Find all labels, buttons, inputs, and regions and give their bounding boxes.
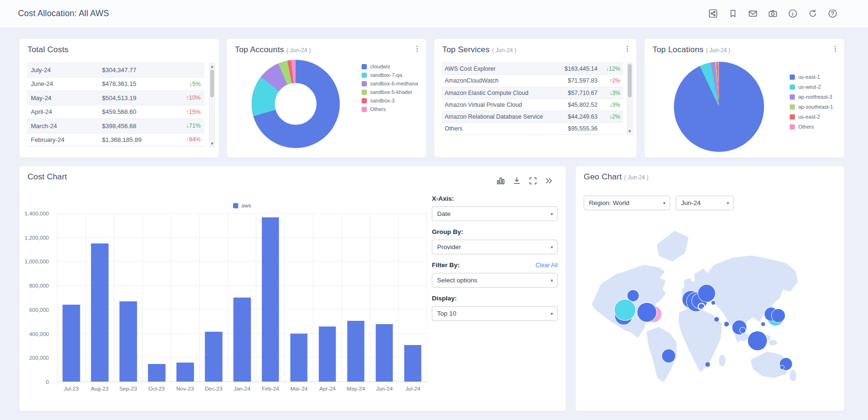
- scrollbar-thumb[interactable]: [628, 64, 632, 97]
- bar: [120, 301, 137, 382]
- x-tick-label: Jun-24: [370, 386, 399, 392]
- legend-item[interactable]: ap-southeast-1: [790, 104, 833, 110]
- legend-item[interactable]: us-west-2: [790, 84, 833, 90]
- card-title: Top Locations: [653, 45, 704, 55]
- legend-item[interactable]: Others: [790, 124, 833, 130]
- amount-cell: $304,347.77: [102, 66, 171, 74]
- legend-label: Others: [798, 124, 814, 130]
- chevron-down-icon: ▾: [551, 211, 553, 216]
- change-cell: ↓2%: [597, 113, 620, 120]
- y-tick-label: 400,000: [29, 331, 49, 337]
- bar-series: [57, 214, 427, 382]
- kebab-menu-icon[interactable]: [831, 45, 840, 53]
- bar-slot: [228, 214, 257, 382]
- download-icon[interactable]: [513, 177, 521, 185]
- x-axis-select[interactable]: Date ▾: [432, 206, 558, 221]
- share-icon[interactable]: [708, 9, 718, 19]
- chart-type-icon[interactable]: [496, 177, 505, 185]
- region-select[interactable]: Region: World ▾: [584, 196, 670, 210]
- help-icon[interactable]: [828, 9, 838, 19]
- month-cell: March-24: [31, 122, 102, 130]
- legend-swatch-icon: [233, 203, 238, 208]
- total-costs-scrollbar[interactable]: ▲ ▼: [209, 63, 215, 147]
- scrollbar-thumb[interactable]: [210, 70, 214, 97]
- display-select[interactable]: Top 10 ▾: [432, 306, 558, 321]
- table-row: Amazon Relational Database Service$44,24…: [442, 111, 623, 122]
- bar-chart-plot: [57, 214, 427, 382]
- change-cell: ↓5%: [171, 81, 201, 87]
- refresh-icon[interactable]: [808, 9, 818, 19]
- amount-cell: $57,710.67: [552, 90, 597, 96]
- legend-item[interactable]: us-east-1: [790, 74, 833, 80]
- legend-item[interactable]: sandbox-6-medhana: [362, 81, 418, 86]
- clear-all-link[interactable]: Clear All: [535, 262, 558, 269]
- filter-by-select[interactable]: Select options ▾: [432, 273, 558, 288]
- legend-item[interactable]: Others: [362, 106, 418, 112]
- change-cell: ↑15%: [171, 109, 201, 115]
- map-bubble: [698, 303, 705, 310]
- bar: [375, 324, 393, 382]
- bookmark-icon[interactable]: [728, 9, 738, 19]
- service-cell: Amazon Relational Database Service: [445, 113, 552, 120]
- kebab-menu-icon[interactable]: [413, 45, 421, 53]
- top-locations-pie-chart: [674, 62, 764, 152]
- bar: [404, 345, 421, 382]
- top-locations-legend: us-east-1us-west-2ap-northeast-3ap-south…: [790, 74, 833, 130]
- map-bubble: [637, 303, 656, 322]
- top-services-table: AWS Cost Explorer$163,445.14↓12%AmazonCl…: [442, 63, 623, 135]
- bar: [205, 332, 223, 382]
- table-row: February-24$1,368,185.89↑94%: [27, 133, 205, 147]
- legend-item[interactable]: sandbox-5-khader: [362, 89, 418, 95]
- top-services-scrollbar[interactable]: ▼: [627, 63, 633, 135]
- geo-chart-card: Geo Chart ( Jun-24 ) Region: World ▾ Jun…: [576, 166, 844, 411]
- email-icon[interactable]: [748, 9, 758, 19]
- legend-item[interactable]: ap-northeast-3: [790, 94, 833, 100]
- bar-slot: [86, 214, 114, 382]
- donut-hole: [275, 83, 317, 125]
- select-value: Provider: [437, 243, 461, 251]
- bar-slot: [200, 214, 228, 382]
- camera-icon[interactable]: [768, 9, 778, 19]
- month-select[interactable]: Jun-24 ▾: [676, 196, 734, 210]
- legend-item[interactable]: cloudwiz: [362, 64, 418, 69]
- table-row: May-24$504,513.19↑10%: [27, 91, 205, 105]
- legend-label: ap-southeast-1: [798, 104, 833, 110]
- card-period: ( Jun-24 ): [624, 174, 648, 181]
- table-row: Amazon Elastic Compute Cloud$57,710.67↓3…: [442, 87, 623, 99]
- scroll-up-icon[interactable]: ▲: [210, 63, 215, 69]
- bar-slot: [285, 214, 313, 382]
- bar: [233, 298, 251, 382]
- map-bubble: [740, 327, 746, 333]
- map-bubble: [748, 331, 767, 350]
- amount-cell: $163,445.14: [552, 65, 597, 72]
- cost-chart-card: Cost Chart aws 0200,000400,000600,000800…: [19, 166, 566, 411]
- bar-chart-y-axis: 0200,000400,000600,000800,0001,000,0001,…: [19, 214, 54, 382]
- change-cell: ↓3%: [597, 90, 620, 96]
- scroll-down-icon[interactable]: ▼: [627, 128, 632, 134]
- bar-chart-legend[interactable]: aws: [57, 203, 427, 208]
- info-icon[interactable]: [788, 9, 798, 19]
- bar: [290, 334, 308, 382]
- bar-slot: [114, 214, 143, 382]
- collapse-panel-icon[interactable]: [545, 177, 553, 185]
- bar: [262, 217, 280, 382]
- legend-swatch-icon: [790, 94, 795, 100]
- top-services-card: Top Services ( Jun-24 ) AWS Cost Explore…: [434, 39, 636, 158]
- legend-label: sandbox-6-medhana: [370, 81, 418, 86]
- card-title: Cost Chart: [28, 172, 67, 182]
- card-period: ( Jun-24 ): [706, 47, 730, 54]
- x-tick-label: Feb-24: [256, 386, 285, 392]
- legend-item[interactable]: sandbox-3: [362, 98, 418, 103]
- scroll-down-icon[interactable]: ▼: [210, 140, 215, 147]
- total-costs-header: Total Costs: [28, 45, 68, 55]
- y-tick-label: 600,000: [29, 307, 49, 313]
- legend-swatch-icon: [790, 75, 795, 80]
- kebab-menu-icon[interactable]: [623, 45, 632, 53]
- fullscreen-icon[interactable]: [529, 177, 537, 185]
- table-row: Others$95,555.36: [442, 122, 623, 134]
- legend-item[interactable]: sandbox-7-qa: [362, 72, 418, 78]
- map-bubble: [711, 301, 715, 305]
- legend-item[interactable]: us-east-2: [790, 114, 833, 120]
- group-by-select[interactable]: Provider ▾: [432, 240, 558, 254]
- top-accounts-donut-chart: [252, 60, 340, 148]
